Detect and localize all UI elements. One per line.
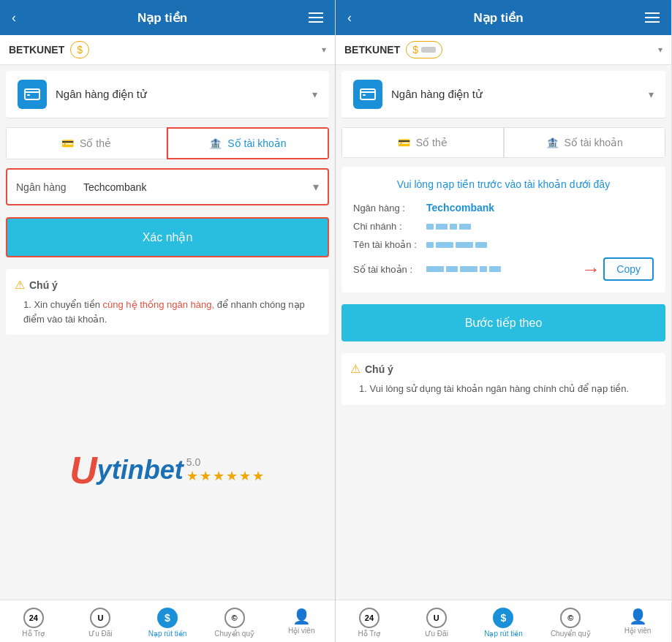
left-header: ‹ Nạp tiền xyxy=(0,0,335,35)
left-bottom-nav: 24 Hỗ Trợ U Ưu Đãi $ Nạp rút tiền © Chuy… xyxy=(0,600,335,642)
left-bank-select[interactable]: Ngân hàng Techcombank ▾ xyxy=(6,168,329,205)
right-spacer xyxy=(336,411,671,600)
right-header-title: Nạp tiền xyxy=(473,10,523,26)
right-nav-transfer[interactable]: © Chuyển quỹ xyxy=(537,605,604,641)
blur-3 xyxy=(450,224,457,230)
right-nav-deposit-icon: $ xyxy=(493,608,513,628)
right-acnum-blur xyxy=(426,266,501,272)
blur-5 xyxy=(426,242,434,248)
left-nav-support[interactable]: 24 Hỗ Trợ xyxy=(0,605,67,641)
left-payment-selector[interactable]: Ngân hàng điện tử ▾ xyxy=(6,71,329,118)
left-nav-member[interactable]: 👤 Hội viên xyxy=(268,605,335,641)
left-account-name: BETKUNET xyxy=(9,44,64,56)
left-nav-member-label: Hội viên xyxy=(288,627,315,635)
left-payment-icon xyxy=(18,80,47,109)
left-notice: ⚠ Chú ý 1. Xin chuyển tiền cùng hệ thống… xyxy=(6,269,329,335)
right-payment-icon xyxy=(353,80,382,109)
right-nav-member[interactable]: 👤 Hội viên xyxy=(604,605,671,641)
right-account-name-label: Tên tài khoản : xyxy=(353,239,426,250)
right-account-name: BETKUNET xyxy=(344,44,400,56)
right-tab-account-label: Số tài khoản xyxy=(565,137,623,148)
left-tab-card-label: Số thẻ xyxy=(80,137,111,149)
right-nav-support-icon: 24 xyxy=(359,608,380,628)
left-logo-version: 5.0 xyxy=(186,456,200,468)
blur-6 xyxy=(436,242,453,248)
blur-1 xyxy=(426,224,434,230)
right-tab-card[interactable]: 💳 Số thẻ xyxy=(341,127,504,158)
svg-rect-5 xyxy=(363,94,366,96)
right-nav-deposit[interactable]: $ Nạp rút tiền xyxy=(470,605,537,641)
right-notice-item: 1. Vui lòng sử dụng tài khoản ngân hàng … xyxy=(359,382,657,396)
blur-10 xyxy=(446,266,458,272)
left-tab-account[interactable]: 🏦 Số tài khoản xyxy=(167,127,329,159)
left-nav-deposit[interactable]: $ Nạp rút tiền xyxy=(134,605,201,641)
right-branch-blur xyxy=(426,224,471,230)
right-nav-promo[interactable]: U Ưu Đãi xyxy=(403,605,470,641)
right-copy-button[interactable]: Copy xyxy=(603,257,654,281)
left-coin-badge[interactable]: $ xyxy=(70,41,89,58)
right-back-button[interactable]: ‹ xyxy=(347,10,352,26)
right-nav-support[interactable]: 24 Hỗ Trợ xyxy=(336,605,403,641)
left-nav-promo-icon: U xyxy=(90,608,110,628)
right-account-number-label: Số tài khoản : xyxy=(353,264,426,275)
left-tab-card[interactable]: 💳 Số thẻ xyxy=(6,127,167,159)
right-notice: ⚠ Chú ý 1. Vui lòng sử dụng tài khoản ng… xyxy=(341,353,665,405)
right-nav-support-label: Hỗ Trợ xyxy=(358,630,380,638)
right-tabs: 💳 Số thẻ 🏦 Số tài khoản xyxy=(341,127,665,158)
right-acname-blur xyxy=(426,242,487,248)
left-tabs: 💳 Số thẻ 🏦 Số tài khoản xyxy=(6,127,329,159)
svg-rect-2 xyxy=(27,94,30,96)
left-bank-value: Techcombank xyxy=(83,181,304,193)
right-menu-button[interactable] xyxy=(645,12,660,23)
right-header: ‹ Nạp tiền xyxy=(336,0,671,35)
blur-12 xyxy=(480,266,487,272)
left-payment-chevron: ▾ xyxy=(312,88,317,100)
right-bank-label: Ngân hàng : xyxy=(353,203,426,214)
left-header-title: Nạp tiền xyxy=(137,10,187,26)
left-logo-area: U ytinbet 5.0 ★★★★★★ xyxy=(0,341,335,600)
right-tab-account[interactable]: 🏦 Số tài khoản xyxy=(504,127,666,158)
right-coin-dots xyxy=(421,47,436,53)
left-bank-chevron: ▾ xyxy=(313,180,319,194)
left-payment-label: Ngân hàng điện tử xyxy=(56,88,303,101)
blur-8 xyxy=(475,242,487,248)
left-coin-icon: $ xyxy=(77,44,83,56)
left-confirm-button[interactable]: Xác nhận xyxy=(6,217,329,257)
svg-rect-3 xyxy=(360,89,375,99)
blur-7 xyxy=(456,242,473,248)
svg-rect-0 xyxy=(25,89,39,99)
right-payment-selector[interactable]: Ngân hàng điện tử ▾ xyxy=(341,71,665,118)
left-nav-transfer-label: Chuyển quỹ xyxy=(214,630,254,638)
right-branch-label: Chi nhánh : xyxy=(353,221,426,232)
left-confirm-wrap: Xác nhận xyxy=(6,217,329,257)
right-bottom-nav: 24 Hỗ Trợ U Ưu Đãi $ Nạp rút tiền © Chuy… xyxy=(336,600,671,642)
left-logo-u: U xyxy=(69,448,97,492)
left-menu-button[interactable] xyxy=(309,12,323,23)
right-branch-row: Chi nhánh : xyxy=(353,221,654,232)
right-nav-member-label: Hội viên xyxy=(624,627,652,635)
right-payment-chevron: ▾ xyxy=(649,88,654,100)
right-coin-icon: $ xyxy=(412,44,418,56)
right-account-chevron[interactable]: ▾ xyxy=(658,45,662,55)
right-info-section: Vui lòng nạp tiền trước vào tài khoản dư… xyxy=(341,167,665,292)
right-nav-deposit-label: Nạp rút tiền xyxy=(484,630,523,638)
right-notice-title: Chú ý xyxy=(365,363,393,375)
left-logo-rest: ytinbet xyxy=(97,455,184,486)
right-coin-badge[interactable]: $ xyxy=(406,41,442,58)
left-tab-account-icon: 🏦 xyxy=(209,137,222,149)
right-hint-text: Vui lòng nạp tiền trước vào tài khoản dư… xyxy=(353,178,654,190)
left-nav-promo[interactable]: U Ưu Đãi xyxy=(67,605,135,641)
left-notice-item: 1. Xin chuyển tiền cùng hệ thống ngân hà… xyxy=(23,298,320,326)
left-tab-account-label: Số tài khoản xyxy=(227,137,286,149)
right-next-button[interactable]: Bước tiếp theo xyxy=(341,304,665,341)
right-nav-transfer-icon: © xyxy=(560,608,581,628)
left-nav-promo-label: Ưu Đãi xyxy=(88,630,112,638)
blur-4 xyxy=(459,224,471,230)
right-nav-promo-label: Ưu Đãi xyxy=(425,630,448,638)
left-nav-transfer[interactable]: © Chuyển quỹ xyxy=(201,605,268,641)
left-tab-card-icon: 💳 xyxy=(61,137,74,149)
left-nav-member-icon: 👤 xyxy=(292,608,311,625)
left-account-chevron[interactable]: ▾ xyxy=(322,45,326,55)
right-warning-icon: ⚠ xyxy=(350,362,360,376)
left-back-button[interactable]: ‹ xyxy=(12,10,16,26)
